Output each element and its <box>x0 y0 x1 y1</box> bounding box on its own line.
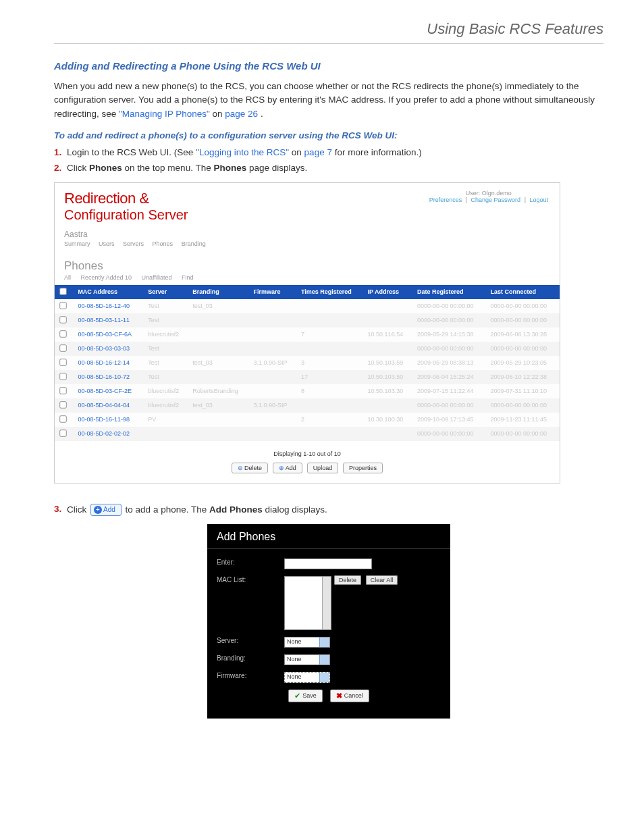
cell-mac[interactable]: 00-08-5D-03-11-11 <box>74 313 144 328</box>
cell-mac[interactable]: 00-08-5D-16-12-14 <box>74 356 144 370</box>
row-checkbox[interactable] <box>55 398 74 413</box>
maclist-clearall-button[interactable]: Clear All <box>366 575 398 585</box>
intro-paragraph: When you add new a new phone(s) to the R… <box>54 80 603 121</box>
inline-add-button[interactable]: +Add <box>90 504 122 516</box>
cell-mac[interactable]: 00-08-5D-03-03-03 <box>74 342 144 356</box>
cancel-label: Cancel <box>344 692 363 699</box>
text: on <box>292 147 304 157</box>
text: dialog displays. <box>265 504 327 514</box>
row-checkbox[interactable] <box>55 342 74 356</box>
col-times[interactable]: Times Registered <box>297 285 364 299</box>
nav-users[interactable]: Users <box>99 240 115 247</box>
row-checkbox[interactable] <box>55 328 74 342</box>
select-all-checkbox[interactable] <box>55 285 74 299</box>
cell-firmware <box>250 313 297 328</box>
cell-mac[interactable]: 00-08-5D-16-10-72 <box>74 370 144 384</box>
cell-ip: 10.50.103.30 <box>364 384 413 398</box>
cell-firmware <box>250 299 297 313</box>
cell-connected: 0000-00-00 00:00:00 <box>486 299 560 313</box>
cell-ip: 10.50.116.54 <box>364 328 413 342</box>
link-preferences[interactable]: Preferences <box>429 197 462 203</box>
col-mac[interactable]: MAC Address <box>74 285 144 299</box>
cell-mac[interactable]: 00-08-5D-04-04-04 <box>74 398 144 413</box>
cell-server: Test <box>144 313 188 328</box>
cell-server: bluecrutisf2 <box>144 384 188 398</box>
cell-times: 2 <box>297 413 364 427</box>
cell-mac[interactable]: 00-08-5D-03-CF-6A <box>74 328 144 342</box>
save-label: Save <box>302 692 317 699</box>
cell-mac[interactable]: 00-08-5D-16-12-40 <box>74 299 144 313</box>
cell-registered: 2009-07-15 11:22:44 <box>413 384 487 398</box>
cell-ip: 10.50.103.50 <box>364 370 413 384</box>
cell-server: Test <box>144 342 188 356</box>
procedure-heading: To add and redirect a phone(s) to a conf… <box>54 130 603 140</box>
cell-server: Test <box>144 299 188 313</box>
cell-connected: 0000-00-00 00:00:00 <box>486 427 560 441</box>
col-ip[interactable]: IP Address <box>364 285 413 299</box>
save-button[interactable]: ✔Save <box>288 689 323 702</box>
table-row: 00-08-5D-02-02-020000-00-00 00:00:000000… <box>55 427 560 441</box>
tab-recent[interactable]: Recently Added 10 <box>81 274 132 281</box>
tenant-name: Aastra <box>64 230 550 239</box>
link-page-26[interactable]: page 26 <box>225 109 258 119</box>
row-checkbox[interactable] <box>55 413 74 427</box>
cell-registered: 2009-06-04 15:25:24 <box>413 370 487 384</box>
cell-ip <box>364 342 413 356</box>
col-branding[interactable]: Branding <box>188 285 249 299</box>
add-button[interactable]: Add <box>273 463 302 473</box>
cell-connected: 0000-00-00 00:00:00 <box>486 342 560 356</box>
server-select[interactable]: None <box>284 637 330 648</box>
row-checkbox[interactable] <box>55 427 74 441</box>
cell-mac[interactable]: 00-08-5D-03-CF-2E <box>74 384 144 398</box>
branding-select[interactable]: None <box>284 654 330 665</box>
nav-summary[interactable]: Summary <box>64 240 90 247</box>
maclist-delete-button[interactable]: Delete <box>334 575 361 585</box>
table-row: 00-08-5D-16-11-98PV210.30.100.302009-10-… <box>55 413 560 427</box>
col-registered[interactable]: Date Registered <box>413 285 487 299</box>
nav-servers[interactable]: Servers <box>123 240 144 247</box>
tab-find[interactable]: Find <box>182 274 194 281</box>
cell-ip: 10.50.103.59 <box>364 356 413 370</box>
nav-branding[interactable]: Branding <box>182 240 206 247</box>
logo-line2: Configuration Server <box>64 207 550 223</box>
text: page displays. <box>249 163 307 173</box>
row-checkbox[interactable] <box>55 313 74 328</box>
cell-firmware <box>250 384 297 398</box>
col-firmware[interactable]: Firmware <box>250 285 297 299</box>
cell-mac[interactable]: 00-08-5D-02-02-02 <box>74 427 144 441</box>
step-number: 3. <box>54 504 61 514</box>
step-1: 1. Login to the RCS Web UI. (See "Loggin… <box>54 147 603 157</box>
user-label: User: Olgn.demo <box>427 190 550 197</box>
link-page-7[interactable]: page 7 <box>304 147 332 157</box>
upload-button[interactable]: Upload <box>307 463 339 473</box>
maclist-box[interactable] <box>284 576 331 630</box>
enter-input[interactable] <box>284 558 372 569</box>
row-checkbox[interactable] <box>55 384 74 398</box>
cell-firmware <box>250 328 297 342</box>
delete-button[interactable]: Delete <box>232 463 268 473</box>
step-2: 2. Click Phones on the top menu. The Pho… <box>54 163 603 173</box>
cell-firmware <box>250 370 297 384</box>
firmware-select[interactable]: None <box>284 672 330 683</box>
cell-connected: 0000-00-00 00:00:00 <box>486 398 560 413</box>
properties-button[interactable]: Properties <box>343 463 383 473</box>
link-change-password[interactable]: Change Password <box>471 197 521 203</box>
cell-mac[interactable]: 00-08-5D-16-11-98 <box>74 413 144 427</box>
tab-unaffiliated[interactable]: Unaffiliated <box>142 274 172 281</box>
cell-registered: 0000-00-00 00:00:00 <box>413 299 487 313</box>
tab-all[interactable]: All <box>64 274 71 281</box>
link-logging-into-rcs[interactable]: "Logging into the RCS" <box>196 147 289 157</box>
text: Click <box>67 163 89 173</box>
row-checkbox[interactable] <box>55 299 74 313</box>
col-server[interactable]: Server <box>144 285 188 299</box>
cancel-button[interactable]: ✖Cancel <box>330 689 369 702</box>
row-checkbox[interactable] <box>55 356 74 370</box>
table-row: 00-08-5D-16-12-14Testtest_033.1.0.90-SIP… <box>55 356 560 370</box>
row-checkbox[interactable] <box>55 370 74 384</box>
nav-phones[interactable]: Phones <box>153 240 173 247</box>
link-managing-ip-phones[interactable]: "Managing IP Phones" <box>119 109 210 119</box>
text-bold: Add Phones <box>209 504 263 514</box>
server-label: Server: <box>217 637 284 644</box>
col-connected[interactable]: Last Connected <box>486 285 560 299</box>
link-logout[interactable]: Logout <box>529 197 548 203</box>
